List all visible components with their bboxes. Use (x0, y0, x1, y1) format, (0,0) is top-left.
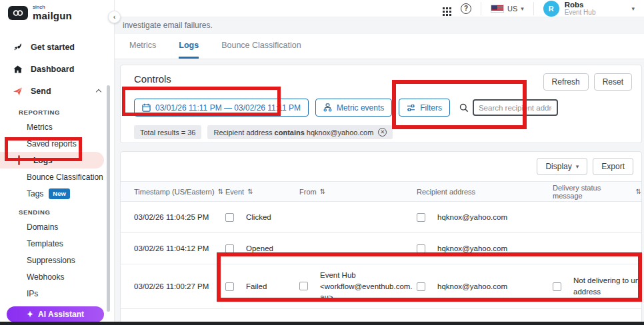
locale-code: US (507, 5, 517, 13)
help-icon[interactable]: ? (461, 3, 471, 14)
topbar: ? US ▾ R Robs Event Hub ▾ (115, 0, 644, 17)
table-header-row: Timestamp (US/Eastern)⇅ Event⇅ From⇅ Rec… (121, 181, 641, 202)
sidebar-item-templates[interactable]: Templates (0, 235, 114, 252)
user-org: Event Hub (565, 9, 596, 16)
timestamp-cell: 03/02/26 11:04:25 PM (134, 213, 209, 221)
brand-logo[interactable]: sinch mailgun (0, 0, 114, 24)
locale-selector[interactable]: US ▾ (491, 5, 524, 13)
user-name: Robs (565, 1, 596, 9)
sidebar-scrollbar[interactable] (107, 85, 110, 312)
controls-card: Controls Refresh Reset 03/01/26 11:11 PM… (120, 65, 642, 143)
from-cell: Event Hub <workflow@eventhub.com. au> (320, 270, 413, 303)
display-button[interactable]: Display ▾ (537, 158, 587, 175)
timestamp-cell: 03/02/26 11:00:27 PM (134, 282, 209, 290)
table-row: 03/02/26 11:04:25 PM Clicked hqknox@yaho… (121, 202, 641, 233)
event-checkbox[interactable] (225, 244, 234, 253)
recipient-cell: hqknox@yahoo.com (437, 213, 507, 221)
user-menu[interactable]: R Robs Event Hub ▾ (543, 1, 635, 17)
recipient-checkbox[interactable] (417, 244, 425, 253)
apps-grid-icon[interactable] (443, 7, 445, 9)
recipient-cell: hqknox@yahoo.com (437, 244, 507, 252)
section-reporting: REPORTING (0, 102, 114, 119)
sidebar-item-webhooks[interactable]: Webhooks (0, 268, 114, 285)
recipient-cell: hqknox@yahoo.com (437, 282, 507, 290)
topbar-divider (481, 2, 481, 15)
topbar-divider (533, 2, 534, 15)
metric-events-icon (323, 103, 332, 112)
sidebar-item-bounce-classification[interactable]: Bounce Classification (0, 168, 114, 185)
avatar: R (543, 1, 559, 17)
sidebar-item-suppressions[interactable]: Suppressions (0, 252, 114, 268)
table-row: 03/02/26 11:00:27 PM Failed Event Hub <w… (121, 264, 641, 309)
chevron-down-icon: ▾ (521, 5, 524, 12)
recipient-checkbox[interactable] (417, 213, 425, 222)
brand-super: sinch (33, 5, 72, 10)
chevron-down-icon: ▾ (631, 5, 635, 12)
sparkle-icon: ✦ (27, 310, 33, 319)
calendar-icon (142, 103, 151, 112)
ai-assistant-button[interactable]: ✦ AI Assistant (7, 306, 104, 322)
sidebar-collapse-button[interactable]: ‹ (108, 11, 121, 23)
us-flag-icon (491, 5, 504, 13)
rocket-icon (12, 42, 23, 53)
export-button[interactable]: Export (593, 158, 633, 175)
tab-bar: Metrics Logs Bounce Classification (115, 34, 644, 59)
search-icon (459, 103, 469, 113)
tab-logs[interactable]: Logs (179, 34, 199, 59)
filters-icon (407, 104, 415, 112)
sort-icon[interactable]: ⇅ (247, 188, 253, 195)
home-icon (12, 64, 23, 75)
controls-title: Controls (134, 73, 171, 85)
status-checkbox[interactable] (553, 282, 561, 291)
recipient-checkbox[interactable] (417, 282, 425, 291)
sidebar-item-label: Get started (31, 43, 75, 52)
search-input[interactable] (473, 99, 558, 116)
refresh-button[interactable]: Refresh (543, 73, 589, 91)
remove-filter-icon[interactable]: ✕ (378, 128, 387, 137)
brand-name: mailgun (33, 10, 72, 21)
sort-icon[interactable]: ⇅ (636, 188, 641, 195)
table-row: 03/02/26 11:04:12 PM Opened hqknox@yahoo… (121, 233, 641, 264)
section-sending: SENDING (0, 202, 114, 218)
sidebar-item-logs[interactable]: Logs (0, 152, 104, 168)
sinch-logo-icon (8, 6, 28, 20)
reset-button[interactable]: Reset (594, 73, 632, 91)
event-cell: Clicked (246, 213, 271, 221)
sidebar-item-domains[interactable]: Domains (0, 218, 114, 235)
event-checkbox[interactable] (225, 213, 234, 222)
send-icon (12, 86, 23, 97)
sidebar: sinch mailgun Get started Dashboard (0, 0, 115, 325)
app-window: sinch mailgun Get started Dashboard (0, 0, 644, 325)
sort-icon[interactable]: ⇅ (320, 188, 325, 195)
chevron-up-icon (96, 89, 101, 95)
date-range-button[interactable]: 03/01/26 11:11 PM — 03/02/26 11:11 PM (134, 99, 309, 117)
filters-button[interactable]: Filters (399, 99, 450, 117)
event-cell: Failed (246, 282, 267, 290)
timestamp-cell: 03/02/26 11:04:12 PM (134, 244, 209, 252)
sidebar-item-ips[interactable]: IPs (0, 285, 114, 302)
page-description: investigate email failures. (115, 17, 644, 30)
window-bottom-bar (0, 322, 644, 325)
total-results-chip: Total results = 36 (134, 125, 201, 139)
sidebar-item-get-started[interactable]: Get started (0, 36, 114, 58)
sidebar-item-metrics[interactable]: Metrics (0, 119, 114, 135)
metric-events-button[interactable]: Metric events (315, 99, 392, 117)
new-badge: New (49, 188, 70, 199)
sidebar-item-label: Send (31, 87, 51, 96)
tab-bounce-classification[interactable]: Bounce Classification (221, 34, 301, 59)
status-cell: Not delivering to unsubscribed address (573, 275, 642, 298)
event-checkbox[interactable] (225, 282, 234, 291)
tab-metrics[interactable]: Metrics (129, 34, 156, 59)
from-checkbox[interactable] (299, 282, 308, 290)
logs-table-card: Display ▾ Export Timestamp (US/Eastern)⇅… (120, 151, 642, 325)
sidebar-item-saved-reports[interactable]: Saved reports (0, 135, 114, 152)
main-content: ? US ▾ R Robs Event Hub ▾ investigate em… (115, 0, 644, 325)
event-cell: Opened (246, 244, 273, 252)
sidebar-item-tags[interactable]: Tags New (0, 185, 114, 202)
sidebar-item-send[interactable]: Send (0, 80, 114, 102)
sidebar-item-dashboard[interactable]: Dashboard (0, 58, 114, 80)
sort-icon[interactable]: ⇅ (218, 188, 223, 195)
sidebar-item-label: Dashboard (31, 65, 74, 74)
chevron-down-icon: ▾ (576, 163, 579, 170)
filter-chip: Recipient address contains hqknox@yahoo.… (207, 125, 393, 139)
